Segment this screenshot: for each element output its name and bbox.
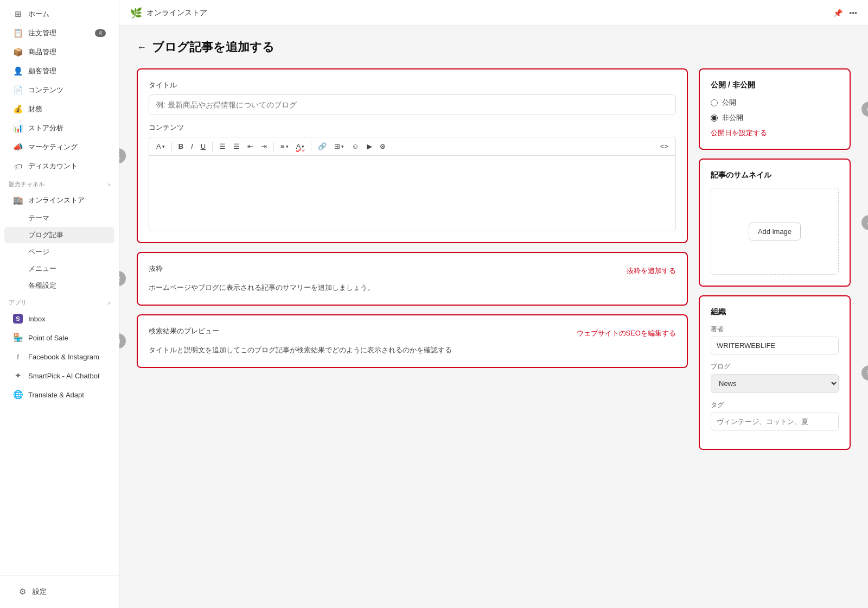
thumbnail-card: 記事のサムネイル Add image [699,159,851,287]
blog-label: ブログ [711,362,839,371]
sidebar-item-facebook-instagram[interactable]: f Facebook & Instagram [4,347,114,366]
sales-channels-header: 販売チャネル › [0,176,119,191]
apps-header: アプリ › [0,294,119,309]
ul-btn[interactable]: ☰ [216,141,228,152]
sidebar-item-products[interactable]: 📦 商品管理 [4,43,114,61]
radio-public[interactable]: 公開 [711,98,839,107]
sidebar-item-label: Inbox [28,315,46,323]
discounts-icon: 🏷 [13,161,23,171]
bold-btn[interactable]: B [176,141,186,152]
sidebar-nav: ⊞ ホーム 📋 注文管理 4 📦 商品管理 👤 顧客管理 📄 コンテンツ 💰 財… [0,0,119,575]
sidebar-item-pos[interactable]: 🏪 Point of Sale [4,328,114,347]
ol-btn[interactable]: ☰ [231,141,242,152]
italic-btn[interactable]: I [188,141,196,152]
table-btn[interactable]: ⊞ ▾ [331,141,347,152]
sidebar-item-home[interactable]: ⊞ ホーム [4,5,114,23]
orders-icon: 📋 [13,28,23,38]
edit-seo-link[interactable]: ウェブサイトのSEOを編集する [577,328,676,338]
add-image-button[interactable]: Add image [749,223,801,240]
indent-left-btn[interactable]: ⇤ [245,141,256,152]
code-btn[interactable]: <> [658,141,671,152]
sidebar-item-settings-footer[interactable]: ⚙ 設定 [9,582,110,601]
sidebar-item-smartpick[interactable]: ✦ SmartPick - AI Chatbot [4,366,114,385]
sidebar-subitem-menu[interactable]: メニュー [4,261,114,277]
sidebar-subitem-pages[interactable]: ページ [4,244,114,260]
topbar-left: 🌿 オンラインストア [130,7,207,19]
two-column-layout: 1 タイトル コンテンツ A ▾ B I U ☰ [137,68,851,450]
radio-private[interactable]: 非公開 [711,113,839,123]
add-excerpt-link[interactable]: 抜粋を追加する [627,266,676,276]
set-date-link[interactable]: 公開日を設定する [711,128,839,138]
color-btn[interactable]: A ▾ [293,141,308,152]
title-label: タイトル [149,80,676,90]
content-editor[interactable] [149,155,676,231]
seo-label: 検索結果のプレビュー [149,326,219,336]
visibility-card-wrapper: 6 公開 / 非公開 公開 非公開 [699,68,851,150]
sidebar-item-label: Point of Sale [28,334,68,342]
sidebar-item-label: ディスカウント [28,161,78,171]
align-btn[interactable]: ≡ ▾ [278,141,291,152]
excerpt-card-wrapper: 2 抜粋 抜粋を追加する ホームページやブログに表示される記事のサマリーを追加し… [137,252,688,306]
sidebar-item-orders[interactable]: 📋 注文管理 4 [4,24,114,42]
sidebar-item-label: ストア分析 [28,123,63,133]
page-title-row: ← ブログ記事を追加する [137,39,851,55]
sidebar-item-customers[interactable]: 👤 顧客管理 [4,62,114,80]
title-input[interactable] [149,94,676,115]
underline-btn[interactable]: U [198,141,208,152]
apps-arrow[interactable]: › [108,299,110,307]
settings-gear-icon: ⚙ [17,587,27,597]
store-icon: 🏬 [13,195,23,205]
expand-arrow[interactable]: › [108,181,110,188]
blog-select[interactable]: News [711,374,839,393]
article-card: タイトル コンテンツ A ▾ B I U ☰ ☰ ⇤ [137,68,688,243]
products-icon: 📦 [13,47,23,57]
tags-input[interactable] [711,413,839,430]
step-2-badge: 2 [119,271,126,286]
thumbnail-card-wrapper: 4 記事のサムネイル Add image [699,159,851,287]
emoji-btn[interactable]: ☺ [349,141,361,152]
sidebar-item-marketing[interactable]: 📣 マーケティング [4,138,114,156]
radio-private-label: 非公開 [722,113,743,123]
content-label: コンテンツ [149,123,676,132]
content-icon: 📄 [13,85,23,95]
seo-description: タイトルと説明文を追加してこのブログ記事が検索結果でどのように表示されるのかを確… [149,345,676,356]
sidebar-subitem-settings[interactable]: 各種設定 [4,277,114,294]
pin-icon[interactable]: 📌 [833,9,843,17]
sidebar-subitem-theme[interactable]: テーマ [4,210,114,226]
author-input[interactable] [711,337,839,354]
sidebar-item-finance[interactable]: 💰 財務 [4,100,114,118]
sidebar-item-label: マーケティング [28,142,78,152]
radio-public-input[interactable] [711,99,718,106]
sidebar-item-translate[interactable]: 🌐 Translate & Adapt [4,385,114,404]
link-btn[interactable]: 🔗 [315,141,329,152]
sidebar-item-content[interactable]: 📄 コンテンツ [4,81,114,99]
step-3-badge: 3 [119,333,126,349]
topbar-store-name: オンラインストア [146,8,207,18]
sidebar-item-inbox[interactable]: S Inbox [4,309,114,328]
sidebar-subitem-blog[interactable]: ブログ記事 [4,227,114,243]
font-size-btn[interactable]: A ▾ [154,141,168,152]
menu-label: メニュー [28,264,56,273]
indent-right-btn[interactable]: ⇥ [258,141,270,152]
sidebar-item-label: SmartPick - AI Chatbot [28,372,100,380]
marketing-icon: 📣 [13,142,23,152]
sidebar-item-online-store[interactable]: 🏬 オンラインストア [4,191,114,210]
sidebar-item-discounts[interactable]: 🏷 ディスカウント [4,157,114,175]
sidebar-item-analytics[interactable]: 📊 ストア分析 [4,119,114,137]
more-icon[interactable]: ••• [849,9,857,17]
thumbnail-area[interactable]: Add image [711,188,839,275]
excerpt-label: 抜粋 [149,264,163,274]
video-btn[interactable]: ▶ [364,141,375,152]
pos-icon: 🏪 [13,333,23,343]
translate-icon: 🌐 [13,390,23,400]
editor-toolbar: A ▾ B I U ☰ ☰ ⇤ ⇥ ≡ ▾ A ▾ [149,137,676,155]
page-title: ブログ記事を追加する [152,39,275,55]
clear-btn[interactable]: ⊗ [377,141,388,152]
back-button[interactable]: ← [137,42,146,53]
sidebar-settings-label: 設定 [33,587,47,597]
excerpt-card: 抜粋 抜粋を追加する ホームページやブログに表示される記事のサマリーを追加しまし… [137,252,688,306]
excerpt-header: 抜粋 抜粋を追加する [149,264,676,278]
radio-private-input[interactable] [711,115,718,122]
main-column: 1 タイトル コンテンツ A ▾ B I U ☰ [137,68,688,450]
sep2 [212,142,213,151]
